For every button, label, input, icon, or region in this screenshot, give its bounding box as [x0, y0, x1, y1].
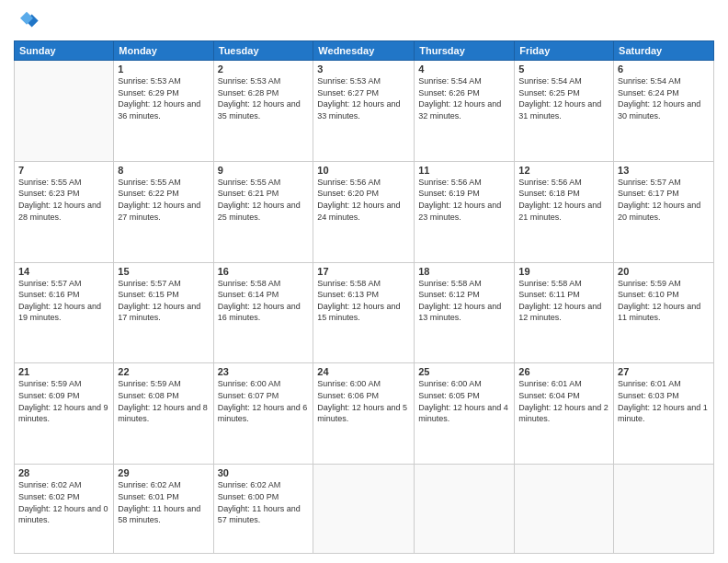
day-info: Sunrise: 5:59 AMSunset: 6:10 PMDaylight:…	[618, 278, 710, 324]
calendar-cell: 22Sunrise: 5:59 AMSunset: 6:08 PMDayligh…	[114, 363, 213, 465]
day-number: 9	[218, 165, 310, 176]
day-info: Sunrise: 5:53 AMSunset: 6:29 PMDaylight:…	[118, 75, 209, 121]
day-number: 8	[118, 165, 209, 176]
day-info: Sunrise: 5:54 AMSunset: 6:25 PMDaylight:…	[518, 75, 609, 121]
calendar-cell: 17Sunrise: 5:58 AMSunset: 6:13 PMDayligh…	[313, 262, 415, 363]
day-info: Sunrise: 5:58 AMSunset: 6:14 PMDaylight:…	[218, 278, 310, 324]
calendar-cell: 12Sunrise: 5:56 AMSunset: 6:18 PMDayligh…	[515, 161, 614, 262]
day-info: Sunrise: 5:54 AMSunset: 6:26 PMDaylight:…	[418, 75, 510, 121]
calendar-cell: 11Sunrise: 5:56 AMSunset: 6:19 PMDayligh…	[415, 161, 515, 262]
week-row-5: 28Sunrise: 6:02 AMSunset: 6:02 PMDayligh…	[15, 465, 714, 554]
day-number: 14	[18, 266, 109, 277]
calendar-cell: 25Sunrise: 6:00 AMSunset: 6:05 PMDayligh…	[415, 363, 515, 465]
day-info: Sunrise: 6:02 AMSunset: 6:00 PMDaylight:…	[218, 479, 310, 525]
day-info: Sunrise: 5:57 AMSunset: 6:17 PMDaylight:…	[618, 177, 710, 223]
day-info: Sunrise: 6:02 AMSunset: 6:01 PMDaylight:…	[118, 479, 209, 525]
day-number: 12	[518, 165, 609, 176]
week-row-1: 1Sunrise: 5:53 AMSunset: 6:29 PMDaylight…	[15, 61, 714, 162]
day-info: Sunrise: 5:58 AMSunset: 6:13 PMDaylight:…	[317, 278, 410, 324]
weekday-header-thursday: Thursday	[415, 41, 515, 61]
calendar-cell: 6Sunrise: 5:54 AMSunset: 6:24 PMDaylight…	[614, 61, 714, 162]
day-info: Sunrise: 5:57 AMSunset: 6:16 PMDaylight:…	[18, 278, 109, 324]
day-info: Sunrise: 5:55 AMSunset: 6:23 PMDaylight:…	[18, 177, 109, 223]
weekday-header-wednesday: Wednesday	[313, 41, 415, 61]
day-number: 24	[317, 366, 410, 377]
day-number: 7	[18, 165, 109, 176]
calendar-cell	[614, 465, 714, 554]
day-info: Sunrise: 6:01 AMSunset: 6:03 PMDaylight:…	[618, 378, 710, 424]
weekday-header-friday: Friday	[515, 41, 614, 61]
calendar-cell: 2Sunrise: 5:53 AMSunset: 6:28 PMDaylight…	[213, 61, 313, 162]
calendar-cell: 14Sunrise: 5:57 AMSunset: 6:16 PMDayligh…	[15, 262, 114, 363]
calendar-cell	[15, 61, 114, 162]
day-number: 21	[18, 366, 109, 377]
day-number: 6	[618, 63, 710, 75]
day-info: Sunrise: 6:00 AMSunset: 6:06 PMDaylight:…	[317, 378, 410, 424]
day-number: 13	[618, 165, 710, 176]
day-number: 17	[317, 266, 410, 277]
day-number: 15	[118, 266, 209, 277]
calendar-cell: 8Sunrise: 5:55 AMSunset: 6:22 PMDaylight…	[114, 161, 213, 262]
calendar-table: SundayMondayTuesdayWednesdayThursdayFrid…	[14, 40, 714, 554]
calendar-cell: 30Sunrise: 6:02 AMSunset: 6:00 PMDayligh…	[213, 465, 313, 554]
calendar-cell: 20Sunrise: 5:59 AMSunset: 6:10 PMDayligh…	[614, 262, 714, 363]
week-row-4: 21Sunrise: 5:59 AMSunset: 6:09 PMDayligh…	[15, 363, 714, 465]
calendar-cell: 21Sunrise: 5:59 AMSunset: 6:09 PMDayligh…	[15, 363, 114, 465]
day-number: 30	[218, 467, 310, 478]
day-number: 25	[418, 366, 510, 377]
calendar-cell	[313, 465, 415, 554]
day-info: Sunrise: 5:55 AMSunset: 6:22 PMDaylight:…	[118, 177, 209, 223]
calendar-cell: 13Sunrise: 5:57 AMSunset: 6:17 PMDayligh…	[614, 161, 714, 262]
day-number: 23	[218, 366, 310, 377]
weekday-header-row: SundayMondayTuesdayWednesdayThursdayFrid…	[15, 41, 714, 61]
calendar-cell: 24Sunrise: 6:00 AMSunset: 6:06 PMDayligh…	[313, 363, 415, 465]
logo	[14, 9, 43, 35]
day-number: 18	[418, 266, 510, 277]
day-info: Sunrise: 5:59 AMSunset: 6:09 PMDaylight:…	[18, 378, 109, 424]
calendar-cell: 10Sunrise: 5:56 AMSunset: 6:20 PMDayligh…	[313, 161, 415, 262]
calendar-cell: 4Sunrise: 5:54 AMSunset: 6:26 PMDaylight…	[415, 61, 515, 162]
weekday-header-tuesday: Tuesday	[213, 41, 313, 61]
calendar-cell	[415, 465, 515, 554]
calendar-cell: 16Sunrise: 5:58 AMSunset: 6:14 PMDayligh…	[213, 262, 313, 363]
calendar-cell: 19Sunrise: 5:58 AMSunset: 6:11 PMDayligh…	[515, 262, 614, 363]
calendar-cell: 9Sunrise: 5:55 AMSunset: 6:21 PMDaylight…	[213, 161, 313, 262]
day-info: Sunrise: 6:01 AMSunset: 6:04 PMDaylight:…	[518, 378, 609, 424]
day-number: 1	[118, 63, 209, 75]
calendar-cell	[515, 465, 614, 554]
day-number: 3	[317, 63, 410, 75]
day-info: Sunrise: 5:56 AMSunset: 6:20 PMDaylight:…	[317, 177, 410, 223]
day-number: 2	[218, 63, 310, 75]
day-number: 19	[518, 266, 609, 277]
day-number: 16	[218, 266, 310, 277]
day-info: Sunrise: 5:55 AMSunset: 6:21 PMDaylight:…	[218, 177, 310, 223]
day-number: 11	[418, 165, 510, 176]
calendar-cell: 26Sunrise: 6:01 AMSunset: 6:04 PMDayligh…	[515, 363, 614, 465]
day-number: 20	[618, 266, 710, 277]
calendar-cell: 15Sunrise: 5:57 AMSunset: 6:15 PMDayligh…	[114, 262, 213, 363]
day-info: Sunrise: 5:57 AMSunset: 6:15 PMDaylight:…	[118, 278, 209, 324]
weekday-header-sunday: Sunday	[15, 41, 114, 61]
day-info: Sunrise: 5:53 AMSunset: 6:28 PMDaylight:…	[218, 75, 310, 121]
calendar-cell: 28Sunrise: 6:02 AMSunset: 6:02 PMDayligh…	[15, 465, 114, 554]
header	[14, 9, 714, 35]
page: SundayMondayTuesdayWednesdayThursdayFrid…	[0, 0, 728, 563]
day-number: 22	[118, 366, 209, 377]
calendar-cell: 18Sunrise: 5:58 AMSunset: 6:12 PMDayligh…	[415, 262, 515, 363]
day-info: Sunrise: 5:56 AMSunset: 6:19 PMDaylight:…	[418, 177, 510, 223]
calendar-cell: 27Sunrise: 6:01 AMSunset: 6:03 PMDayligh…	[614, 363, 714, 465]
day-number: 26	[518, 366, 609, 377]
calendar-cell: 3Sunrise: 5:53 AMSunset: 6:27 PMDaylight…	[313, 61, 415, 162]
day-info: Sunrise: 5:53 AMSunset: 6:27 PMDaylight:…	[317, 75, 410, 121]
calendar-cell: 5Sunrise: 5:54 AMSunset: 6:25 PMDaylight…	[515, 61, 614, 162]
week-row-2: 7Sunrise: 5:55 AMSunset: 6:23 PMDaylight…	[15, 161, 714, 262]
day-info: Sunrise: 6:02 AMSunset: 6:02 PMDaylight:…	[18, 479, 109, 525]
day-number: 4	[418, 63, 510, 75]
calendar-cell: 7Sunrise: 5:55 AMSunset: 6:23 PMDaylight…	[15, 161, 114, 262]
day-number: 5	[518, 63, 609, 75]
day-info: Sunrise: 6:00 AMSunset: 6:05 PMDaylight:…	[418, 378, 510, 424]
week-row-3: 14Sunrise: 5:57 AMSunset: 6:16 PMDayligh…	[15, 262, 714, 363]
day-number: 10	[317, 165, 410, 176]
day-number: 28	[18, 467, 109, 478]
weekday-header-saturday: Saturday	[614, 41, 714, 61]
